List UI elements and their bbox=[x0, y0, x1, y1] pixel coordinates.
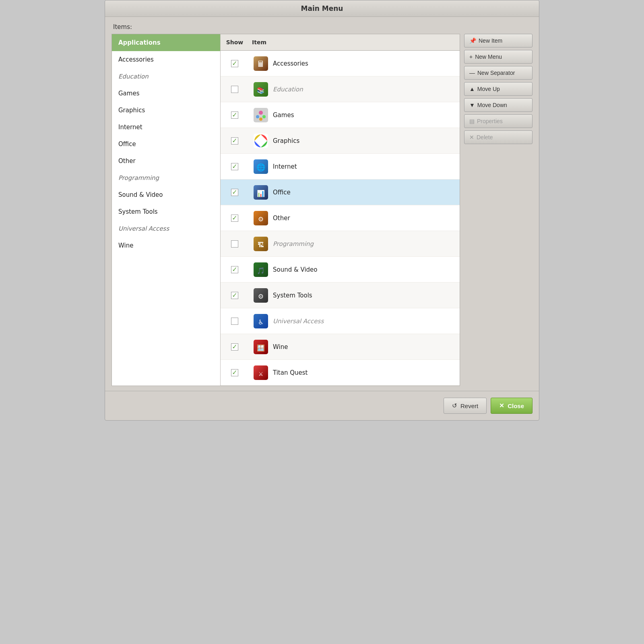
right-panel: ApplicationsAccessoriesEducationGamesGra… bbox=[111, 34, 533, 386]
table-row[interactable]: ✓📊Office bbox=[221, 180, 460, 205]
checkbox-internet[interactable]: ✓ bbox=[231, 163, 238, 170]
close-icon: ✕ bbox=[499, 402, 504, 409]
table-row[interactable]: 📚Education bbox=[221, 76, 460, 102]
new-item-button[interactable]: 📌New Item bbox=[464, 34, 533, 47]
sidebar-item-accessories[interactable]: Accessories bbox=[112, 51, 220, 68]
col-show: ✓ bbox=[221, 343, 249, 351]
table-row[interactable]: ✓🌐Internet bbox=[221, 154, 460, 180]
item-label-office: Office bbox=[273, 189, 291, 196]
revert-button[interactable]: ↺ Revert bbox=[444, 398, 487, 414]
new-menu-button[interactable]: +New Menu bbox=[464, 50, 533, 64]
table-row[interactable]: ✓🪟Wine bbox=[221, 334, 460, 360]
table-row[interactable]: ✓🎵Sound & Video bbox=[221, 257, 460, 283]
item-icon-internet: 🌐 bbox=[254, 159, 268, 174]
svg-text:⚙: ⚙ bbox=[258, 293, 264, 300]
svg-text:⚔: ⚔ bbox=[258, 371, 264, 377]
move-up-icon: ▲ bbox=[469, 86, 475, 92]
checkbox-universal-access[interactable] bbox=[231, 318, 238, 325]
sidebar-item-graphics[interactable]: Graphics bbox=[112, 102, 220, 119]
sidebar-item-programming[interactable]: Programming bbox=[112, 169, 220, 186]
item-icon-other: ⚙ bbox=[254, 211, 268, 225]
sidebar-item-other[interactable]: Other bbox=[112, 153, 220, 169]
sidebar-item-sound-video[interactable]: Sound & Video bbox=[112, 186, 220, 203]
checkbox-graphics[interactable]: ✓ bbox=[231, 137, 238, 144]
checkbox-sound-video[interactable]: ✓ bbox=[231, 266, 238, 273]
col-show: ✓ bbox=[221, 189, 249, 196]
sidebar-item-universal-access[interactable]: Universal Access bbox=[112, 220, 220, 237]
checkmark-icon: ✓ bbox=[232, 189, 237, 196]
item-label-internet: Internet bbox=[273, 163, 297, 170]
checkmark-icon: ✓ bbox=[232, 344, 237, 350]
sidebar-item-internet[interactable]: Internet bbox=[112, 119, 220, 136]
close-button[interactable]: ✕ Close bbox=[491, 398, 533, 414]
checkbox-accessories[interactable]: ✓ bbox=[231, 60, 238, 67]
checkbox-programming[interactable] bbox=[231, 240, 238, 248]
col-item-header: Item bbox=[249, 37, 460, 47]
item-icon-graphics bbox=[254, 134, 268, 148]
checkbox-office[interactable]: ✓ bbox=[231, 189, 238, 196]
table-row[interactable]: ✓⚙Other bbox=[221, 205, 460, 231]
table-row[interactable]: ✓Games bbox=[221, 102, 460, 128]
properties-button: ▤Properties bbox=[464, 114, 533, 128]
checkmark-icon: ✓ bbox=[232, 60, 237, 67]
svg-text:♿: ♿ bbox=[258, 318, 264, 326]
col-item-content: Graphics bbox=[249, 130, 460, 151]
properties-label: Properties bbox=[477, 118, 503, 124]
sidebar-item-education[interactable]: Education bbox=[112, 68, 220, 85]
sidebar-item-games[interactable]: Games bbox=[112, 85, 220, 102]
close-label: Close bbox=[508, 402, 524, 409]
revert-label: Revert bbox=[460, 402, 478, 409]
item-label-universal-access: Universal Access bbox=[273, 318, 324, 325]
table-row[interactable]: ✓⚔Titan Quest bbox=[221, 360, 460, 386]
new-separator-button[interactable]: —New Separator bbox=[464, 66, 533, 80]
col-item-content: ⚙Other bbox=[249, 208, 460, 229]
table-row[interactable]: ✓⚙System Tools bbox=[221, 283, 460, 308]
sidebar-item-system-tools[interactable]: System Tools bbox=[112, 203, 220, 220]
checkmark-icon: ✓ bbox=[232, 163, 237, 170]
col-item-content: 🪟Wine bbox=[249, 336, 460, 357]
checkbox-education[interactable] bbox=[231, 86, 238, 93]
svg-text:⚙: ⚙ bbox=[258, 215, 264, 223]
sidebar-item-applications[interactable]: Applications bbox=[112, 34, 220, 51]
item-label-titan-quest: Titan Quest bbox=[273, 369, 308, 376]
dialog-title: Main Menu bbox=[105, 0, 539, 17]
checkbox-other[interactable]: ✓ bbox=[231, 215, 238, 222]
svg-text:🌐: 🌐 bbox=[256, 163, 266, 172]
sidebar-item-office[interactable]: Office bbox=[112, 136, 220, 153]
checkmark-icon: ✓ bbox=[232, 369, 237, 376]
sidebar-item-wine[interactable]: Wine bbox=[112, 237, 220, 254]
checkbox-system-tools[interactable]: ✓ bbox=[231, 292, 238, 299]
checkmark-icon: ✓ bbox=[232, 112, 237, 118]
checkbox-games[interactable]: ✓ bbox=[231, 111, 238, 119]
table-row[interactable]: ♿Universal Access bbox=[221, 308, 460, 334]
item-icon-sound: 🎵 bbox=[254, 262, 268, 277]
checkbox-titan-quest[interactable]: ✓ bbox=[231, 369, 238, 376]
svg-text:🏗: 🏗 bbox=[258, 241, 264, 249]
new-menu-icon: + bbox=[469, 54, 473, 60]
table-row[interactable]: ✓Graphics bbox=[221, 128, 460, 154]
svg-point-8 bbox=[259, 118, 262, 121]
checkmark-icon: ✓ bbox=[232, 138, 237, 144]
svg-text:🪟: 🪟 bbox=[257, 344, 265, 352]
col-show: ✓ bbox=[221, 111, 249, 119]
col-item-content: ⚙System Tools bbox=[249, 285, 460, 306]
col-item-content: 📊Office bbox=[249, 182, 460, 203]
table-row[interactable]: ✓🖩Accessories bbox=[221, 51, 460, 76]
move-down-button[interactable]: ▼Move Down bbox=[464, 98, 533, 112]
col-item-content: 🎵Sound & Video bbox=[249, 259, 460, 280]
checkmark-icon: ✓ bbox=[232, 215, 237, 221]
item-label-system-tools: System Tools bbox=[273, 292, 312, 299]
col-item-content: 🌐Internet bbox=[249, 156, 460, 177]
svg-text:🖩: 🖩 bbox=[257, 59, 265, 69]
buttons-panel: 📌New Item+New Menu—New Separator▲Move Up… bbox=[460, 34, 533, 386]
item-icon-accessories: 🖩 bbox=[254, 56, 268, 71]
checkbox-wine[interactable]: ✓ bbox=[231, 343, 238, 351]
delete-label: Delete bbox=[477, 134, 493, 140]
item-label-accessories: Accessories bbox=[273, 60, 308, 67]
col-show: ✓ bbox=[221, 369, 249, 376]
table-header: Show Item bbox=[221, 34, 460, 51]
col-show-header: Show bbox=[221, 37, 249, 47]
table-row[interactable]: 🏗Programming bbox=[221, 231, 460, 257]
bottom-bar: ↺ Revert ✕ Close bbox=[105, 391, 539, 420]
move-up-button[interactable]: ▲Move Up bbox=[464, 82, 533, 96]
